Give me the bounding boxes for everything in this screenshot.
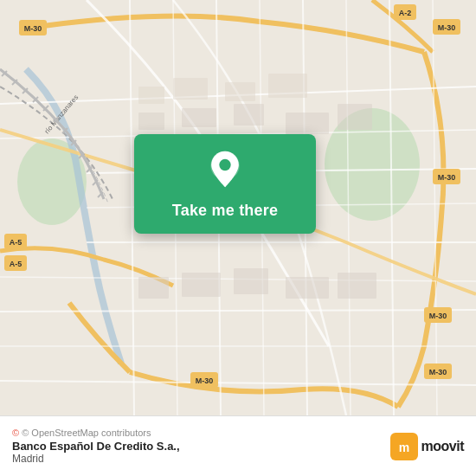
svg-rect-51 — [234, 268, 268, 294]
place-info: Banco Español De Credito S.a., Madrid — [12, 440, 180, 465]
place-city: Madrid — [12, 453, 180, 465]
svg-rect-40 — [138, 87, 164, 104]
moovit-logo: m moovit — [390, 433, 464, 460]
svg-rect-42 — [225, 82, 255, 101]
map-container: M-30 M-30 M-30 M-30 M-30 A-5 A-5 A-2 M-3… — [0, 0, 476, 415]
svg-rect-46 — [234, 104, 264, 125]
svg-rect-50 — [182, 273, 221, 297]
svg-text:M-30: M-30 — [24, 24, 42, 33]
svg-rect-43 — [268, 74, 307, 98]
bottom-bar: © © OpenStreetMap contributors Banco Esp… — [0, 415, 476, 476]
svg-rect-47 — [286, 113, 329, 134]
svg-text:M-30: M-30 — [196, 376, 214, 385]
svg-text:A-5: A-5 — [10, 238, 23, 247]
svg-rect-44 — [138, 113, 164, 130]
svg-point-68 — [219, 159, 230, 170]
svg-text:M-30: M-30 — [438, 173, 456, 182]
svg-rect-45 — [182, 108, 216, 127]
svg-text:M-30: M-30 — [438, 23, 456, 32]
svg-rect-41 — [173, 78, 208, 100]
take-me-there-label: Take me there — [172, 202, 278, 220]
svg-rect-48 — [338, 104, 372, 130]
place-name: Banco Español De Credito S.a., — [12, 440, 180, 453]
take-me-there-card[interactable]: Take me there — [134, 134, 316, 234]
svg-text:A-2: A-2 — [399, 9, 412, 17]
svg-rect-52 — [286, 277, 329, 299]
location-pin-icon — [203, 150, 247, 193]
svg-rect-49 — [138, 277, 169, 299]
svg-text:A-5: A-5 — [10, 260, 23, 268]
svg-text:m: m — [398, 441, 408, 454]
svg-text:M-30: M-30 — [429, 312, 447, 320]
moovit-brand-text: moovit — [421, 439, 464, 454]
moovit-icon: m — [390, 433, 418, 460]
svg-text:M-30: M-30 — [429, 368, 447, 376]
svg-rect-53 — [338, 273, 376, 299]
attribution-text: © © OpenStreetMap contributors — [12, 428, 180, 438]
